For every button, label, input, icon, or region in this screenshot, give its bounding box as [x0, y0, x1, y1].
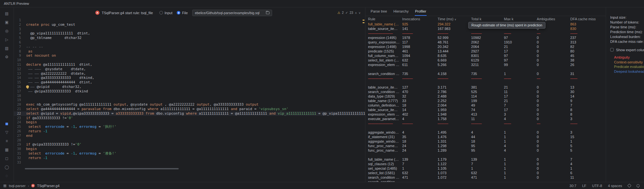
line-number[interactable]: 16: [14, 85, 24, 89]
line-number[interactable]: 3: [14, 27, 24, 32]
line-number[interactable]: 26: [14, 129, 24, 134]
code-line[interactable]: 26 return -1: [14, 129, 365, 134]
profiler-row[interactable]: select_list (1581)6321.073632106: [368, 171, 606, 175]
tool-window-button-search[interactable]: ◎: [2, 27, 11, 35]
profiler-row[interactable]: predicate (1525)46113.444292717080: [368, 49, 606, 53]
code-line[interactable]: 30begin: [14, 147, 365, 151]
status-grid-icon[interactable]: ▦: [3, 184, 6, 188]
line-number[interactable]: 20: [14, 102, 24, 107]
line-separator[interactable]: LF: [582, 184, 586, 188]
breadcrumb-project[interactable]: tsql-parser: [9, 184, 25, 188]
code-editor[interactable]: 12create proc up_com_test34 @p_vipa11111…: [14, 18, 365, 182]
tool-window-button-settings[interactable]: ⚙: [2, 53, 11, 61]
line-number[interactable]: 27: [14, 134, 24, 138]
profiler-row[interactable]: table_source_item (15…1273.17138121013: [368, 85, 606, 90]
code-line[interactable]: 5 @p_tblname dtchar32: [14, 36, 365, 40]
show-expert-columns-checkbox[interactable]: Show expert columns: [610, 47, 644, 52]
code-line[interactable]: 20exec nb_com_getsysconfig @a11111111111…: [14, 102, 365, 107]
line-number[interactable]: 32: [14, 156, 24, 160]
profiler-row[interactable]: expression (1495)197852.99910982970237: [368, 35, 606, 40]
profiler-row[interactable]: search_condition (15…: [368, 180, 606, 182]
tool-window-button-notifications[interactable]: ◌: [2, 172, 11, 180]
profiler-row[interactable]: sql_clauses (12)71.1227104: [368, 162, 606, 166]
code-line[interactable]: 14 —— —— @a333333333333 dtkind,: [14, 76, 365, 80]
profiler-row[interactable]: search_condition (1519)7354.1587351031: [368, 71, 606, 76]
profiler-row[interactable]: table_name (1777)332.2521992109: [368, 99, 606, 103]
code-line[interactable]: 2create proc up_com_test: [14, 23, 365, 27]
tool-window-button-problems[interactable]: ▽: [2, 128, 11, 136]
code-line[interactable]: 19: [14, 98, 365, 102]
profiler-row[interactable]: full_table_name (1773)1391.179139107: [368, 157, 606, 162]
profiler-row[interactable]: aggregate_windowed…41.4954103: [368, 130, 606, 135]
code-line[interactable]: 31 select errorcode = -1, errormsg = '准备…: [14, 151, 365, 156]
line-number[interactable]: 2: [14, 23, 24, 27]
profiler-row[interactable]: execute_parameter (1…41.75811403: [368, 117, 606, 121]
tab-hierarchy[interactable]: Hierarchy: [390, 7, 412, 16]
line-number[interactable]: 1: [14, 18, 24, 23]
line-number[interactable]: 12: [14, 67, 24, 71]
line-number[interactable]: 17: [14, 89, 24, 94]
line-number[interactable]: 6: [14, 40, 24, 45]
profiler-row[interactable]: search_condition (1516)4711.0724711011: [368, 175, 606, 180]
line-number[interactable]: 28: [14, 138, 24, 143]
line-number[interactable]: 13: [14, 71, 24, 76]
code-line[interactable]: 8 as: [14, 49, 365, 54]
code-line[interactable]: 27end: [14, 134, 365, 138]
tool-window-button-structure[interactable]: ▧: [2, 44, 11, 52]
line-number[interactable]: 9: [14, 53, 24, 58]
profiler-row[interactable]: aggregate_windowed…181.33118101: [368, 139, 606, 144]
tool-window-button-terminal[interactable]: ≡: [2, 137, 11, 145]
column-header-invocations[interactable]: Invocations: [402, 16, 438, 22]
code-line[interactable]: 6: [14, 40, 365, 45]
code-line[interactable]: 18: [14, 94, 365, 98]
tab-profiler[interactable]: Profiler: [412, 7, 430, 16]
line-number[interactable]: 8: [14, 49, 24, 54]
profiler-row[interactable]: expression_elem (1590)6115.266321199026: [368, 62, 606, 67]
profiler-row[interactable]: expression_elem (1589)4021.948413308: [368, 112, 606, 117]
code-line[interactable]: 13 —— —— @a2222222222 dtdate,: [14, 71, 365, 76]
line-number[interactable]: 4: [14, 31, 24, 36]
code-line[interactable]: 11declare @a1111111111111 dtint,: [14, 62, 365, 67]
error-stripe[interactable]: [362, 18, 365, 182]
code-line[interactable]: 3: [14, 27, 365, 32]
code-line[interactable]: 25 select errorcode = -1, errormsg = '执行…: [14, 125, 365, 129]
tool-window-button-commit[interactable]: ▣: [2, 18, 11, 26]
column-header-ambiguities[interactable]: Ambiguities: [537, 16, 570, 22]
profiler-row[interactable]: set_special (1485)11.1051101: [368, 166, 606, 171]
profiler-row[interactable]: —————————————————————: [368, 31, 606, 35]
code-line[interactable]: 15 —— —— @a44444444444444 dtint,: [14, 80, 365, 85]
line-number[interactable]: 22: [14, 111, 24, 116]
profiler-row[interactable]: expression (1498)199820.342206421082: [368, 44, 606, 49]
profiler-row[interactable]: full_column_name (17…10948.635830197045: [368, 53, 606, 58]
column-header-total-k[interactable]: Total k: [471, 16, 504, 22]
profiler-row[interactable]: column_definition (1421)182.06449707: [368, 103, 606, 108]
code-line[interactable]: 10: [14, 58, 365, 62]
tab-parse-tree[interactable]: Parse tree: [367, 7, 390, 16]
profiler-row[interactable]: search_condition (1517)4702.78652511030: [368, 90, 606, 94]
horizontal-scrollbar[interactable]: [25, 168, 179, 169]
profiler-row[interactable]: if_statement (31)351.476441015: [368, 135, 606, 139]
tool-window-button-find[interactable]: ◻: [2, 154, 11, 162]
line-number[interactable]: 18: [14, 94, 24, 98]
tool-window-button-project[interactable]: ▤: [2, 9, 11, 17]
encoding[interactable]: UTF-8: [592, 184, 602, 188]
warning-stripe-mark[interactable]: [363, 22, 365, 23]
line-number[interactable]: 11: [14, 62, 24, 67]
code-line[interactable]: 21select @a44444444444444 = paravalue fr…: [14, 107, 365, 111]
code-line[interactable]: 28: [14, 138, 365, 143]
code-line[interactable]: 1: [14, 18, 365, 23]
tool-window-button-antlr-preview[interactable]: ◼: [2, 119, 11, 128]
line-number[interactable]: 21: [14, 107, 24, 111]
profiler-row[interactable]: —————————————————————: [368, 121, 606, 126]
code-line[interactable]: 12 —— ——— @sysdate dtdate,: [14, 67, 365, 71]
folder-icon[interactable]: [266, 12, 270, 14]
lock-icon[interactable]: [627, 184, 631, 188]
inspections-widget[interactable]: ⚠ 2 ✓ 23 ∧ ∨: [337, 11, 365, 14]
line-number[interactable]: 7: [14, 45, 24, 49]
line-number[interactable]: 14: [14, 76, 24, 80]
profiler-row[interactable]: func_proc_name_serv…241.28995405: [368, 148, 606, 153]
profiler-row[interactable]: func_proc_name_data…241.29895405: [368, 144, 606, 148]
profiler-row[interactable]: —————————————————————: [368, 76, 606, 80]
line-number[interactable]: 19: [14, 98, 24, 102]
line-number[interactable]: 23: [14, 116, 24, 120]
